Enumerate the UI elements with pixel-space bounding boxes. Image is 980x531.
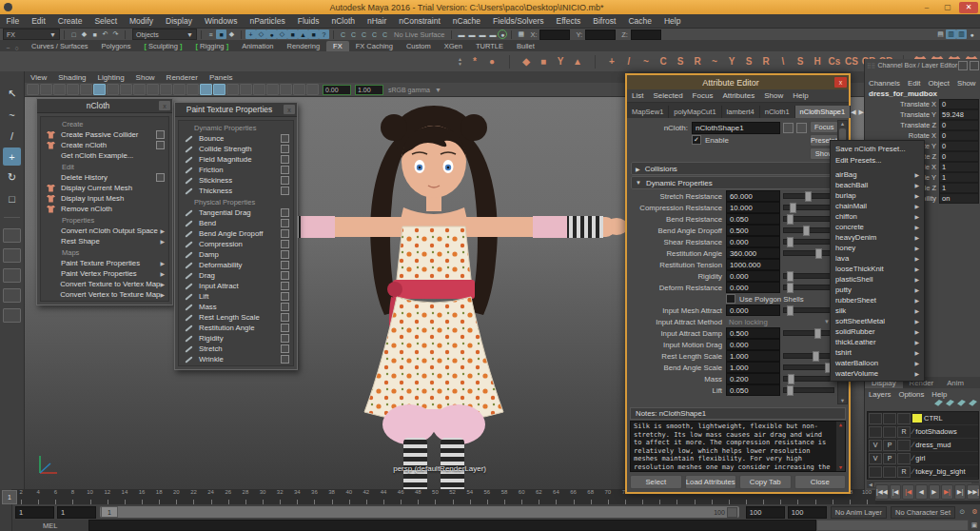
timeline-tick[interactable]: 38	[323, 489, 341, 504]
slider-handle[interactable]	[787, 385, 794, 396]
channel-value-field[interactable]: 0	[939, 151, 979, 162]
preset-item[interactable]: heavyDenim ▶	[831, 232, 924, 243]
hide-attributes-icon[interactable]	[783, 123, 794, 133]
nhair-create-icon[interactable]: +	[604, 54, 619, 69]
channel-box-menu-item[interactable]: Channels	[865, 79, 904, 88]
hypershade-persp-layout-button[interactable]	[3, 288, 21, 303]
shelf-scroll-arrows[interactable]: ▲▼	[458, 57, 462, 67]
shelf-tab[interactable]: [ XGen ]	[438, 41, 469, 51]
gamma-mode-selector[interactable]: sRGB gamma	[388, 87, 430, 93]
panel-menu-item[interactable]: Renderer	[161, 73, 204, 82]
step-back-key-button[interactable]: |◀	[902, 484, 914, 500]
z-coordinate-input[interactable]	[631, 30, 661, 40]
menu-item[interactable]: Wrinkle	[179, 354, 293, 364]
move-layer-down-icon[interactable]	[946, 400, 954, 406]
menu-item[interactable]: Rest Length Scale	[179, 312, 293, 323]
minimize-button[interactable]: –	[917, 2, 936, 13]
timeline-tick[interactable]: 46	[392, 489, 409, 504]
menu-item[interactable]: File	[0, 16, 26, 26]
soft-body-icon[interactable]: S	[673, 54, 688, 69]
menu-item[interactable]: Stretch	[179, 344, 293, 354]
option-box-icon[interactable]	[281, 324, 289, 332]
slider-handle[interactable]	[787, 305, 794, 316]
channel-value-field[interactable]: 59.248	[939, 109, 979, 120]
hair-system-icon[interactable]: Y	[724, 54, 739, 69]
option-box-icon[interactable]	[156, 141, 165, 149]
collisions-section-header[interactable]: ▶ Collisions	[631, 162, 837, 175]
show-attributes-icon[interactable]	[796, 123, 807, 133]
ncloth-name-field[interactable]: nClothShape1	[692, 122, 780, 134]
animation-start-field[interactable]: 1	[15, 506, 54, 519]
panel-menu-item[interactable]: View	[25, 73, 52, 82]
layer-row[interactable]: R ∕ footShadows	[868, 425, 978, 439]
input-connections-icon[interactable]: C	[338, 30, 348, 39]
go-to-start-button[interactable]: |◀◀	[875, 484, 889, 500]
paint-effects-icon[interactable]: Y	[553, 54, 568, 69]
tab-scroll-left-icon[interactable]: ◀	[851, 108, 855, 116]
attribute-value-field[interactable]: 1.000	[726, 350, 780, 362]
preset-item[interactable]: solidRubber ▶	[831, 326, 924, 337]
x-coordinate-input[interactable]	[539, 30, 570, 40]
snap-surface-icon[interactable]: ■	[308, 30, 319, 39]
shadows-icon[interactable]	[240, 84, 252, 95]
timeline-tick[interactable]: 32	[271, 489, 288, 504]
open-scene-icon[interactable]: ◆	[79, 30, 89, 39]
option-box-icon[interactable]	[281, 271, 289, 280]
attribute-value-field[interactable]: 360.000	[726, 247, 780, 259]
playback-end-field[interactable]: 100	[746, 506, 785, 519]
menu-item[interactable]: Display Current Mesh ▶	[41, 183, 168, 193]
panel-menu-item[interactable]: Lighting	[92, 73, 130, 82]
range-slider-track[interactable]: 1 100	[100, 506, 739, 518]
use-polygon-shells-checkbox[interactable]: ✓	[726, 294, 735, 304]
channel-value-field[interactable]: 0	[939, 141, 979, 151]
bookmark-icon[interactable]	[67, 84, 79, 95]
scale-tool-icon[interactable]: □	[3, 189, 21, 207]
preset-item[interactable]: concrete ▶	[831, 222, 924, 232]
menu-item[interactable]: Create	[51, 16, 88, 26]
channel-value-field[interactable]: 0	[939, 120, 979, 130]
timeline-tick[interactable]: 50	[426, 489, 443, 504]
option-box-icon[interactable]	[281, 334, 289, 343]
construction-history-icon[interactable]: C	[359, 30, 369, 39]
timeline-tick[interactable]: 18	[150, 489, 167, 504]
footer-button[interactable]: Close	[794, 475, 847, 489]
attribute-value-field[interactable]: 0.500	[726, 225, 780, 236]
launch-render-setup-icon[interactable]: ●	[498, 30, 507, 39]
attribute-slider[interactable]	[783, 273, 834, 279]
menu-item[interactable]: Select	[88, 16, 124, 26]
render-current-frame-icon[interactable]: ▬	[466, 30, 477, 39]
option-box-icon[interactable]	[281, 208, 289, 217]
nhair-curve-icon[interactable]: /	[621, 54, 637, 69]
attribute-slider[interactable]	[783, 387, 834, 393]
image-plane-icon[interactable]	[80, 84, 92, 95]
layer-visibility-toggle[interactable]: V	[869, 453, 882, 464]
rotate-tool-icon[interactable]: ↻	[3, 168, 21, 187]
slider-handle[interactable]	[787, 214, 794, 225]
selection-mask-selector[interactable]: Objects ▼	[132, 29, 197, 40]
fluid-container-icon[interactable]: ◆	[519, 54, 534, 69]
play-forwards-button[interactable]: ▶	[929, 484, 941, 500]
slider-handle[interactable]	[814, 328, 821, 339]
layer-display-type-toggle[interactable]	[897, 453, 911, 464]
create-spring-icon[interactable]: Cs	[827, 54, 842, 69]
playback-start-field[interactable]: 1	[57, 506, 96, 519]
close-icon[interactable]: x	[834, 77, 847, 88]
shelf-tab[interactable]: [ FX ]	[326, 41, 349, 51]
character-set-selector[interactable]: No Character Set	[891, 506, 955, 519]
menu-item[interactable]: Effects	[550, 16, 587, 26]
timeline-tick[interactable]: 16	[133, 489, 150, 504]
preset-item[interactable]: waterVolume ▶	[831, 368, 924, 379]
slider-handle[interactable]	[787, 271, 794, 282]
output-connections-icon[interactable]: C	[348, 30, 359, 39]
layer-display-type-toggle[interactable]: R	[897, 426, 911, 438]
footer-button[interactable]: Copy Tab	[739, 475, 792, 489]
layer-color-slash[interactable]: ∕	[912, 467, 913, 476]
range-end-icon[interactable]	[727, 507, 737, 518]
nparticle-tool-icon[interactable]: *	[467, 54, 482, 69]
persp-outliner-layout-button[interactable]	[3, 268, 21, 283]
history-toggle-icon[interactable]: C	[369, 30, 380, 39]
enable-checkbox[interactable]: ✓	[692, 135, 701, 145]
attribute-value-field[interactable]: 0.500	[726, 327, 780, 339]
menu-item[interactable]: Help	[788, 91, 813, 100]
shelf-tab[interactable]: [ Bullet ]	[510, 41, 541, 51]
